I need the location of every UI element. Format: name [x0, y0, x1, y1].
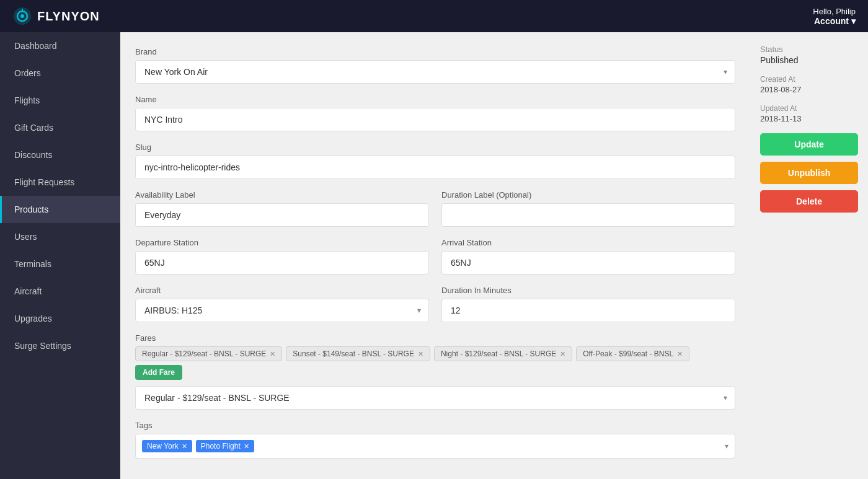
fare-tag-sunset-remove[interactable]: ✕ [418, 351, 423, 358]
delete-button[interactable]: Delete [760, 190, 858, 213]
tags-container[interactable]: New York ✕ Photo Flight ✕ ▾ [135, 434, 735, 459]
status-label: Status [760, 45, 858, 54]
sidebar-item-upgrades[interactable]: Upgrades [0, 305, 120, 332]
form-panel: Brand New York On Air ▾ Name Slug [120, 32, 750, 479]
aircraft-select-value: AIRBUS: H125 [144, 305, 202, 315]
duration-minutes-input[interactable] [441, 299, 735, 322]
sidebar-item-discounts[interactable]: Discounts [0, 141, 120, 169]
fare-dropdown[interactable]: Regular - $129/seat - BNSL - SURGE ▾ [135, 386, 735, 410]
fare-dropdown-chevron-icon: ▾ [724, 393, 727, 402]
name-input[interactable] [135, 108, 735, 131]
aircraft-col: Aircraft AIRBUS: H125 ▾ [135, 286, 429, 333]
tag-photo-flight-remove[interactable]: ✕ [244, 442, 249, 450]
logo: FLYNYON [12, 6, 100, 26]
fare-tag-offpeak: Off-Peak - $99/seat - BNSL ✕ [576, 346, 689, 361]
account-section: Hello, Philip Account ▾ [813, 7, 856, 26]
aircraft-chevron-icon: ▾ [417, 306, 421, 315]
name-group: Name [135, 95, 735, 131]
brand-select-value: New York On Air [144, 67, 208, 77]
status-section: Status Published [760, 45, 858, 65]
account-link[interactable]: Account ▾ [813, 16, 856, 26]
brand-chevron-icon: ▾ [724, 68, 727, 76]
tag-photo-flight-text: Photo Flight [201, 442, 241, 450]
fare-tag-offpeak-text: Off-Peak - $99/seat - BNSL [583, 349, 673, 358]
tag-new-york-text: New York [147, 442, 179, 450]
duration-minutes-col: Duration In Minutes [441, 286, 735, 333]
fare-tag-sunset: Sunset - $149/seat - BNSL - SURGE ✕ [286, 346, 430, 361]
main-layout: Dashboard Orders Flights Gift Cards Disc… [0, 32, 868, 479]
fare-tag-night-remove[interactable]: ✕ [560, 351, 565, 358]
duration-label-input[interactable] [441, 203, 735, 227]
name-label: Name [135, 95, 735, 104]
sidebar-item-gift-cards[interactable]: Gift Cards [0, 114, 120, 141]
tag-photo-flight: Photo Flight ✕ [196, 440, 254, 452]
update-button[interactable]: Update [760, 133, 858, 156]
arrival-label: Arrival Station [441, 238, 735, 247]
departure-input[interactable] [135, 251, 429, 275]
departure-label: Departure Station [135, 238, 429, 247]
created-at-value: 2018-08-27 [760, 85, 858, 94]
sidebar-item-terminals[interactable]: Terminals [0, 250, 120, 278]
departure-col: Departure Station [135, 238, 429, 286]
logo-text: FLYNYON [37, 9, 100, 24]
brand-select-wrapper: New York On Air ▾ [135, 60, 735, 84]
tags-group: Tags New York ✕ Photo Flight ✕ ▾ [135, 421, 735, 459]
arrival-col: Arrival Station [441, 238, 735, 286]
sidebar-item-orders[interactable]: Orders [0, 59, 120, 87]
fare-dropdown-value: Regular - $129/seat - BNSL - SURGE [144, 393, 290, 403]
sidebar-item-surge-settings[interactable]: Surge Settings [0, 332, 120, 359]
brand-select[interactable]: New York On Air ▾ [135, 60, 735, 84]
aircraft-select-wrapper: AIRBUS: H125 ▾ [135, 299, 429, 322]
sidebar-item-users[interactable]: Users [0, 223, 120, 250]
duration-label-group: Duration Label (Optional) [441, 190, 735, 227]
sidebar-item-aircraft[interactable]: Aircraft [0, 278, 120, 305]
duration-minutes-group: Duration In Minutes [441, 286, 735, 322]
hello-text: Hello, Philip [813, 7, 856, 16]
content-area: Brand New York On Air ▾ Name Slug [120, 32, 868, 479]
aircraft-group: Aircraft AIRBUS: H125 ▾ [135, 286, 429, 322]
slug-input[interactable] [135, 156, 735, 179]
tag-new-york: New York ✕ [142, 440, 192, 452]
fares-container: Regular - $129/seat - BNSL - SURGE ✕ Sun… [135, 346, 735, 380]
unpublish-button[interactable]: Unpublish [760, 162, 858, 184]
topbar: FLYNYON Hello, Philip Account ▾ [0, 0, 868, 32]
duration-label-label: Duration Label (Optional) [441, 190, 735, 200]
brand-label: Brand [135, 47, 735, 56]
fare-tag-regular-remove[interactable]: ✕ [270, 351, 275, 358]
fares-label: Fares [135, 333, 735, 343]
duration-label-col: Duration Label (Optional) [441, 190, 735, 238]
slug-group: Slug [135, 143, 735, 179]
fare-tag-regular: Regular - $129/seat - BNSL - SURGE ✕ [135, 346, 282, 361]
availability-input[interactable] [135, 203, 429, 227]
add-fare-button[interactable]: Add Fare [135, 365, 182, 380]
fares-group: Fares Regular - $129/seat - BNSL - SURGE… [135, 333, 735, 410]
created-at-label: Created At [760, 75, 858, 84]
sidebar-item-flights[interactable]: Flights [0, 87, 120, 114]
aircraft-label: Aircraft [135, 286, 429, 295]
sidebar-item-dashboard[interactable]: Dashboard [0, 32, 120, 59]
departure-group: Departure Station [135, 238, 429, 275]
aircraft-select[interactable]: AIRBUS: H125 ▾ [135, 299, 429, 322]
status-value: Published [760, 55, 858, 65]
sidebar-item-flight-requests[interactable]: Flight Requests [0, 169, 120, 196]
created-at-section: Created At 2018-08-27 [760, 75, 858, 94]
account-chevron-icon: ▾ [851, 16, 856, 26]
arrival-input[interactable] [441, 251, 735, 275]
sidebar: Dashboard Orders Flights Gift Cards Disc… [0, 32, 120, 479]
tag-new-york-remove[interactable]: ✕ [182, 442, 187, 450]
updated-at-label: Updated At [760, 104, 858, 113]
availability-label: Availability Label [135, 190, 429, 200]
right-panel: Status Published Created At 2018-08-27 U… [750, 32, 868, 479]
updated-at-section: Updated At 2018-11-13 [760, 104, 858, 123]
tags-chevron-icon: ▾ [725, 442, 728, 450]
arrival-group: Arrival Station [441, 238, 735, 275]
fare-tag-night-text: Night - $129/seat - BNSL - SURGE [441, 349, 556, 358]
fare-tag-offpeak-remove[interactable]: ✕ [677, 351, 683, 358]
slug-label: Slug [135, 143, 735, 152]
availability-group: Availability Label [135, 190, 429, 227]
svg-point-2 [20, 14, 24, 18]
sidebar-item-products[interactable]: Products [0, 196, 120, 223]
station-row: Departure Station Arrival Station [135, 238, 735, 286]
tags-label: Tags [135, 421, 735, 430]
availability-duration-row: Availability Label Duration Label (Optio… [135, 190, 735, 238]
